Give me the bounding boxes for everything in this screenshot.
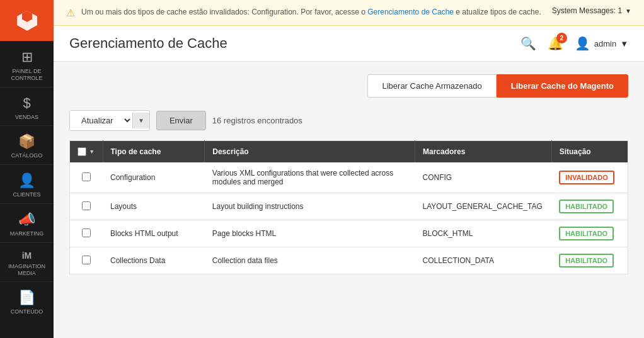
sidebar-item-label: VENDAS (15, 114, 38, 121)
sidebar-item-vendas[interactable]: $ VENDAS (0, 87, 54, 126)
user-avatar-icon: 👤 (575, 36, 590, 51)
content-area: Liberar Cache Armazenado Liberar Cache d… (54, 62, 644, 338)
sidebar-item-label: PAINEL DE CONTROLE (3, 68, 50, 82)
header-actions: 🔍 🔔 2 👤 admin ▼ (520, 36, 628, 51)
row-tipo: Blocks HTML output (103, 220, 205, 247)
row-situacao: HABILITADO (551, 193, 628, 220)
page-title: Gerenciamento de Cache (69, 35, 227, 52)
row-marcadores: COLLECTION_DATA (415, 247, 551, 274)
status-badge: INVALIDADO (559, 171, 614, 184)
table-row: Configuration Various XML configurations… (70, 162, 628, 193)
cache-table: ▼ Tipo de cache Descrição Marcadores Sit… (69, 140, 628, 274)
row-tipo: Layouts (103, 193, 205, 220)
select-all-checkbox[interactable] (78, 147, 86, 156)
row-marcadores: CONFIG (415, 162, 551, 193)
sidebar-item-painel[interactable]: ⊞ PAINEL DE CONTROLE (0, 41, 54, 87)
row-checkbox-cell (70, 247, 103, 274)
sidebar-item-conteudo[interactable]: 📄 CONTEÚDO (0, 281, 54, 320)
action-select[interactable]: Atualizar (70, 111, 132, 130)
sidebar-item-marketing[interactable]: 📣 MARKETING (0, 203, 54, 242)
select-dropdown-arrow[interactable]: ▼ (132, 113, 149, 128)
status-badge: HABILITADO (559, 227, 614, 240)
row-situacao: HABILITADO (551, 220, 628, 247)
chevron-down-icon: ▼ (620, 39, 628, 48)
row-checkbox-cell (70, 220, 103, 247)
select-all-arrow[interactable]: ▼ (89, 149, 95, 155)
row-descricao: Collection data files (205, 247, 415, 274)
row-checkbox[interactable] (82, 228, 91, 237)
sidebar-item-label: IMAGINATION MEDIA (3, 263, 50, 277)
main-content: ⚠ Um ou mais dos tipos de cache estão in… (54, 0, 644, 338)
action-row: Liberar Cache Armazenado Liberar Cache d… (69, 74, 628, 98)
customers-icon: 👤 (18, 172, 35, 189)
toolbar-row: Atualizar ▼ Enviar 16 registros encontra… (69, 110, 628, 131)
notification-bar: ⚠ Um ou mais dos tipos de cache estão in… (54, 0, 644, 26)
row-descricao: Various XML configurations that were col… (205, 162, 415, 193)
marketing-icon: 📣 (18, 211, 35, 228)
row-checkbox-cell (70, 193, 103, 220)
sidebar-item-label: MARKETING (10, 230, 44, 237)
status-badge: HABILITADO (559, 200, 614, 213)
notification-text: Um ou mais dos tipos de cache estão inva… (81, 6, 541, 18)
row-checkbox[interactable] (82, 256, 91, 264)
row-marcadores: BLOCK_HTML (415, 220, 551, 247)
row-checkbox[interactable] (82, 201, 91, 210)
chevron-down-icon: ▼ (625, 8, 631, 14)
imagination-icon: iM (22, 251, 32, 261)
cache-management-link[interactable]: Gerenciamento de Cache (367, 8, 454, 16)
status-badge: HABILITADO (559, 254, 614, 268)
sidebar-item-label: CLIENTES (13, 191, 40, 198)
row-marcadores: LAYOUT_GENERAL_CACHE_TAG (415, 193, 551, 220)
notification-left: ⚠ Um ou mais dos tipos de cache estão in… (66, 6, 546, 19)
catalog-icon: 📦 (18, 133, 35, 150)
select-all-header: ▼ (70, 141, 103, 163)
sidebar-item-imagination[interactable]: iM IMAGINATION MEDIA (0, 242, 54, 282)
table-body: Configuration Various XML configurations… (70, 162, 628, 274)
row-checkbox[interactable] (82, 172, 91, 181)
system-messages[interactable]: System Messages: 1 ▼ (552, 6, 631, 15)
sidebar-item-clientes[interactable]: 👤 CLIENTES (0, 164, 54, 203)
sidebar-item-label: CATÁLOGO (11, 152, 42, 159)
sidebar: ⊞ PAINEL DE CONTROLE $ VENDAS 📦 CATÁLOGO… (0, 0, 54, 338)
content-icon: 📄 (18, 290, 35, 306)
row-situacao: INVALIDADO (551, 162, 628, 193)
page-header: Gerenciamento de Cache 🔍 🔔 2 👤 admin ▼ (54, 26, 644, 62)
sidebar-item-label: CONTEÚDO (11, 308, 43, 315)
dashboard-icon: ⊞ (21, 49, 33, 65)
table-header: ▼ Tipo de cache Descrição Marcadores Sit… (70, 141, 628, 163)
row-checkbox-cell (70, 162, 103, 193)
row-situacao: HABILITADO (551, 247, 628, 274)
table-row: Layouts Layout building instructions LAY… (70, 193, 628, 220)
search-icon[interactable]: 🔍 (520, 36, 536, 51)
sales-icon: $ (23, 95, 30, 111)
user-menu[interactable]: 👤 admin ▼ (575, 36, 628, 51)
action-select-wrapper: Atualizar ▼ (69, 110, 150, 131)
flush-storage-button[interactable]: Liberar Cache Armazenado (367, 74, 496, 98)
records-count: 16 registros encontrados (212, 116, 302, 125)
table-row: Collections Data Collection data files C… (70, 247, 628, 274)
row-tipo: Configuration (103, 162, 205, 193)
col-header-marcadores: Marcadores (415, 141, 551, 163)
submit-button[interactable]: Enviar (156, 111, 206, 130)
notification-badge: 2 (556, 33, 567, 43)
username-label: admin (594, 39, 616, 48)
warning-icon: ⚠ (66, 7, 75, 19)
sidebar-logo[interactable] (0, 0, 54, 41)
notifications-bell[interactable]: 🔔 2 (548, 36, 563, 51)
sidebar-item-catalogo[interactable]: 📦 CATÁLOGO (0, 125, 54, 164)
row-descricao: Layout building instructions (205, 193, 415, 220)
row-tipo: Collections Data (103, 247, 205, 274)
col-header-situacao: Situação (551, 141, 628, 163)
table-row: Blocks HTML output Page blocks HTML BLOC… (70, 220, 628, 247)
col-header-tipo: Tipo de cache (103, 141, 205, 163)
flush-magento-button[interactable]: Liberar Cache do Magento (497, 74, 628, 98)
row-descricao: Page blocks HTML (205, 220, 415, 247)
col-header-descricao: Descrição (205, 141, 415, 163)
